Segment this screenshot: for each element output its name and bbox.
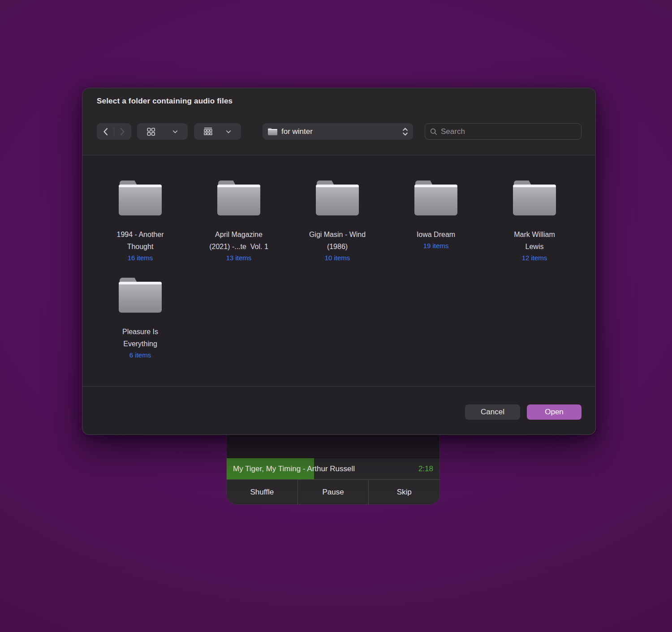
folder-name: April Magazine(2021) -...te Vol. 1 — [190, 228, 288, 253]
player-progress-bar[interactable]: My Tiger, My Timing - Arthur Russell 2:1… — [227, 458, 439, 479]
nav-divider — [114, 127, 114, 136]
folder-item-count: 12 items — [485, 253, 584, 263]
folder-item[interactable]: Mark WilliamLewis12 items — [485, 181, 584, 278]
folder-name: Iowa Dream — [387, 228, 485, 241]
icon-view-button[interactable] — [137, 123, 188, 140]
group-view-icon — [203, 126, 213, 137]
desktop-background: { "dialog": { "title": "Select a folder … — [0, 0, 672, 632]
folder-item-count: 6 items — [91, 350, 190, 361]
folder-name: Pleasure IsEverything — [91, 326, 190, 350]
folder-item-count: 10 items — [288, 253, 387, 263]
folder-icon — [316, 181, 359, 215]
dialog-footer: Cancel Open — [82, 386, 595, 434]
open-button[interactable]: Open — [527, 404, 582, 420]
folder-icon — [119, 278, 162, 313]
folder-item-count: 13 items — [190, 253, 288, 263]
folder-name: Mark WilliamLewis — [485, 228, 584, 253]
forward-button[interactable] — [119, 127, 126, 136]
search-input[interactable] — [441, 127, 577, 136]
folder-icon — [513, 181, 556, 215]
shuffle-button[interactable]: Shuffle — [227, 480, 297, 504]
grid-view-icon — [146, 127, 156, 137]
updown-chevron-icon — [402, 127, 409, 137]
folder-item-count: 19 items — [387, 241, 485, 251]
now-playing-label: My Tiger, My Timing - Arthur Russell — [233, 458, 355, 479]
folder-item[interactable]: Pleasure IsEverything6 items — [91, 278, 190, 375]
current-folder-select[interactable]: for winter — [263, 123, 413, 140]
folder-name: 1994 - AnotherThought — [91, 228, 190, 253]
folder-item[interactable]: Iowa Dream19 items — [387, 181, 485, 278]
folder-item[interactable]: April Magazine(2021) -...te Vol. 113 ite… — [190, 181, 288, 278]
skip-button[interactable]: Skip — [368, 480, 439, 504]
folder-icon — [217, 181, 260, 215]
folder-item-count: 16 items — [91, 253, 190, 263]
dialog-title: Select a folder containing audio files — [97, 97, 233, 106]
search-icon — [430, 128, 438, 136]
player-button-row: ShufflePauseSkip — [227, 479, 439, 504]
current-folder-label: for winter — [281, 127, 402, 136]
search-field[interactable] — [425, 123, 582, 140]
file-picker-dialog: Select a folder containing audio files — [82, 88, 596, 435]
cancel-button[interactable]: Cancel — [465, 404, 520, 420]
folder-item[interactable]: 1994 - AnotherThought16 items — [91, 181, 190, 278]
dialog-header: Select a folder containing audio files — [82, 88, 595, 155]
track-time: 2:18 — [418, 458, 433, 479]
folder-item[interactable]: Gigi Masin - Wind(1986)10 items — [288, 181, 387, 278]
folder-icon — [119, 181, 162, 215]
pause-button[interactable]: Pause — [297, 480, 369, 504]
chevron-down-icon — [172, 128, 179, 135]
folder-grid: 1994 - AnotherThought16 itemsApril Magaz… — [82, 155, 595, 386]
folder-icon — [414, 181, 457, 215]
folder-icon — [268, 128, 277, 135]
group-view-button[interactable] — [194, 123, 241, 140]
chevron-down-icon — [225, 128, 232, 135]
nav-button-group — [97, 123, 131, 140]
back-button[interactable] — [102, 127, 109, 136]
folder-name: Gigi Masin - Wind(1986) — [288, 228, 387, 253]
